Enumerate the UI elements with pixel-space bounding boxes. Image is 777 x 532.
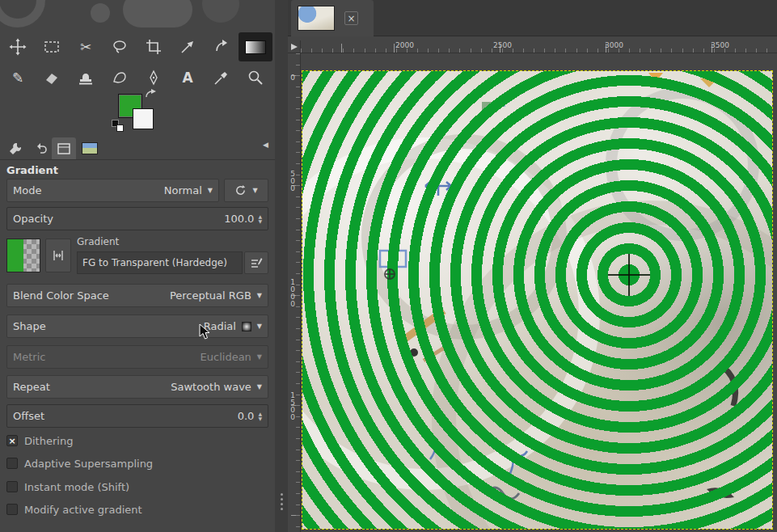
close-icon[interactable]: × <box>344 11 358 25</box>
checkbox-label: Instant mode (Shift) <box>24 481 129 493</box>
swap-colors-icon[interactable] <box>144 89 160 102</box>
chevron-down-icon: ▼ <box>257 292 262 299</box>
horizontal-ruler[interactable]: 2000 2500 3000 3500 <box>301 40 777 53</box>
opacity-spinner[interactable]: ▲ ▼ <box>258 214 262 224</box>
tool-free-select-button[interactable] <box>103 32 137 61</box>
image-tab-thumbnail <box>298 6 335 31</box>
checkbox-box[interactable] <box>6 458 18 469</box>
tool-gradient-button[interactable] <box>239 32 272 61</box>
gradient-endpoint-marker[interactable] <box>628 254 630 296</box>
toolbox-panel: ✂ ✎ A <box>0 0 275 532</box>
panel-divider[interactable] <box>275 0 288 532</box>
gradient-start-handle[interactable] <box>384 268 395 280</box>
tool-pencil-button[interactable]: ✎ <box>1 63 35 92</box>
tool-crop-button[interactable] <box>137 32 171 61</box>
image-tab[interactable]: × <box>291 0 374 36</box>
ruler-label: 3500 <box>711 41 729 49</box>
offset-spinner[interactable]: ▲ ▼ <box>258 412 262 421</box>
dock-tab-device-status[interactable] <box>52 137 76 159</box>
mode-value: Normal <box>164 184 202 196</box>
image-tab-bar: × <box>288 0 777 36</box>
spin-down-icon[interactable]: ▼ <box>258 416 262 421</box>
lasso-icon <box>111 38 129 56</box>
offset-slider[interactable]: Offset 0.0 ▲ ▼ <box>6 404 268 428</box>
ruler-label: 2500 <box>493 41 512 49</box>
tool-zoom-button[interactable] <box>239 63 272 92</box>
metric-label: Metric <box>13 351 45 363</box>
chevron-down-icon: ▼ <box>257 353 262 361</box>
ruler-origin-button[interactable] <box>288 40 301 53</box>
dock-tab-tool-options[interactable] <box>3 137 27 159</box>
mouse-cursor <box>199 323 212 341</box>
offset-value: 0.0 <box>238 410 255 422</box>
ruler-label: 2000 <box>395 41 414 49</box>
tool-clone-button[interactable] <box>69 63 103 92</box>
vertical-ruler[interactable]: 0 500 1000 1500 <box>288 53 301 532</box>
checkbox-box[interactable] <box>6 481 18 492</box>
background-color-swatch[interactable] <box>133 108 154 129</box>
modify-active-gradient-checkbox[interactable]: Modify active gradient <box>6 503 142 516</box>
eyedropper-icon <box>213 69 230 87</box>
blend-color-space-dropdown[interactable]: Blend Color Space Perceptual RGB ▼ <box>6 284 268 307</box>
repeat-label: Repeat <box>13 381 50 393</box>
reverse-gradient-button[interactable] <box>45 239 71 272</box>
tool-move-button[interactable] <box>1 32 35 61</box>
checkbox-box[interactable]: × <box>6 435 18 446</box>
tool-text-button[interactable]: A <box>171 63 205 92</box>
tool-color-picker-button[interactable] <box>205 63 239 92</box>
ruler-origin-icon <box>291 44 298 50</box>
chevron-down-icon: ▼ <box>252 187 257 194</box>
tool-smudge-button[interactable] <box>103 63 137 92</box>
dock-tab-bar: ◀ <box>0 136 275 160</box>
reset-icon <box>234 184 247 196</box>
image-thumbnail-icon <box>82 142 98 154</box>
adaptive-supersampling-checkbox[interactable]: Adaptive Supersampling <box>6 457 153 470</box>
flip-arrow-icon <box>213 38 230 56</box>
scissors-icon: ✂ <box>80 40 91 54</box>
default-colors-button[interactable] <box>112 120 125 133</box>
divider-grip-handle[interactable] <box>281 493 283 513</box>
check-icon: × <box>8 437 15 445</box>
undo-arrow-icon <box>33 141 49 157</box>
radial-gradient-rings <box>302 71 772 529</box>
canvas-viewport[interactable] <box>301 53 777 532</box>
gradient-preview-swatch[interactable] <box>6 239 40 272</box>
gradient-select-value: FG to Transparent (Hardedge) <box>82 257 227 268</box>
crop-icon <box>145 38 163 56</box>
opacity-slider[interactable]: Opacity 100.0 ▲ ▼ <box>6 207 268 230</box>
tool-eraser-button[interactable] <box>35 63 69 92</box>
checkbox-box[interactable] <box>6 504 18 515</box>
dock-tab-image[interactable] <box>78 137 102 159</box>
ruler-label: 500 <box>289 170 297 192</box>
tool-rectangle-select-button[interactable] <box>35 32 69 61</box>
shape-preview-icon <box>242 322 251 331</box>
instant-mode-checkbox[interactable]: Instant mode (Shift) <box>6 480 129 493</box>
canvas-image[interactable] <box>302 71 772 529</box>
ruler-label: 3000 <box>605 41 623 49</box>
blend-color-space-label: Blend Color Space <box>13 289 109 302</box>
tool-scissors-button[interactable]: ✂ <box>69 32 103 61</box>
frame-icon <box>56 141 72 157</box>
shape-dropdown[interactable]: Shape Radial ▼ <box>6 315 268 338</box>
clone-stamp-icon <box>77 69 95 87</box>
collapse-panel-button[interactable]: ◀ <box>263 141 268 149</box>
chevron-down-icon: ▼ <box>257 383 262 391</box>
spin-down-icon[interactable]: ▼ <box>258 219 262 224</box>
metric-value: Euclidean <box>201 351 251 363</box>
edit-gradient-icon <box>250 256 263 269</box>
tool-ink-button[interactable] <box>137 63 171 92</box>
wrench-icon <box>7 141 23 157</box>
dock-tab-undo-history[interactable] <box>29 137 53 159</box>
metric-dropdown: Metric Euclidean ▼ <box>6 345 268 369</box>
dithering-checkbox[interactable]: × Dithering <box>6 434 73 447</box>
mode-reset-button[interactable]: ▼ <box>224 179 268 202</box>
repeat-value: Sawtooth wave <box>171 381 251 393</box>
shape-label: Shape <box>13 320 46 332</box>
tool-perspective-button[interactable] <box>171 32 205 61</box>
chevron-down-icon: ▼ <box>208 187 213 194</box>
tool-flip-button[interactable] <box>205 32 239 61</box>
edit-gradient-button[interactable] <box>244 251 268 274</box>
repeat-dropdown[interactable]: Repeat Sawtooth wave ▼ <box>6 375 268 399</box>
gradient-select[interactable]: FG to Transparent (Hardedge) <box>77 251 243 274</box>
mode-dropdown[interactable]: Mode Normal ▼ <box>6 179 219 202</box>
